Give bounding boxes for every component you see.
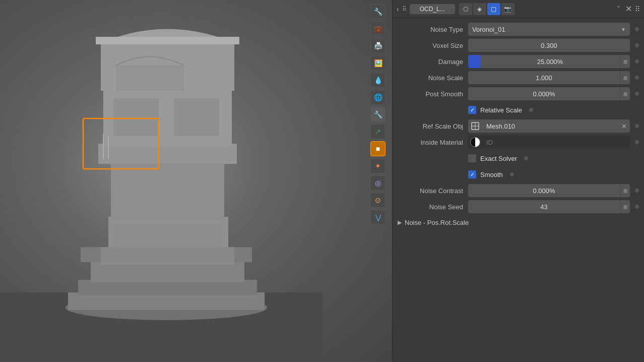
- post-smooth-resize-icon[interactable]: ⊞: [620, 87, 630, 100]
- svg-rect-13: [113, 98, 159, 136]
- svg-rect-9: [98, 144, 237, 164]
- post-smooth-input[interactable]: 0.000%: [468, 87, 620, 100]
- toolbar-tools[interactable]: 🔧: [370, 4, 385, 19]
- noise-contrast-input[interactable]: 0.000%: [468, 184, 620, 197]
- noise-scale-resize-icon[interactable]: ⊞: [620, 71, 630, 84]
- exact-solver-row: Exact Solver: [398, 151, 639, 165]
- noise-section-header[interactable]: ▶ Noise - Pos.Rot.Scale: [398, 216, 639, 228]
- header-chevron-icon[interactable]: ˅: [617, 5, 620, 13]
- voxel-size-control: 0.300: [468, 39, 639, 52]
- noise-type-dot[interactable]: [635, 27, 639, 31]
- noise-seed-resize-icon[interactable]: ⊞: [620, 200, 630, 213]
- svg-rect-3: [68, 292, 265, 310]
- ref-scale-row: Ref Scale Obj Mesh.010 ✕: [398, 119, 639, 133]
- svg-rect-8: [111, 161, 224, 219]
- smooth-checkbox[interactable]: ✓: [468, 170, 476, 178]
- noise-section-title: Noise - Pos.Rot.Scale: [405, 219, 469, 226]
- viewport: 🔧 💼 🖨️ 🖼️ 💧 🌐 🔧 ↗ ■ ✦ ◎ ⊙ ⋁: [0, 0, 392, 362]
- 3d-scene: [0, 0, 323, 362]
- smooth-label: Smooth: [480, 171, 503, 178]
- half-sphere-icon: [470, 137, 480, 147]
- noise-type-dropdown[interactable]: Voronoi_01 ▼: [468, 23, 630, 36]
- svg-rect-5: [91, 262, 244, 282]
- inside-material-row: Inside Material ID: [398, 135, 639, 149]
- header-camera-btn[interactable]: 📷: [501, 3, 514, 15]
- noise-type-label: Noise Type: [398, 26, 468, 33]
- ref-scale-group: Mesh.010 ✕: [468, 119, 630, 133]
- damage-dot[interactable]: [635, 59, 639, 64]
- viewport-3d[interactable]: [0, 0, 392, 362]
- noise-scale-label: Noise Scale: [398, 74, 468, 82]
- toolbar-orange-box[interactable]: ■: [370, 141, 385, 156]
- smooth-dot[interactable]: [510, 172, 514, 176]
- noise-contrast-label: Noise Contrast: [398, 187, 468, 195]
- toolbar-object[interactable]: 💼: [370, 21, 385, 36]
- noise-contrast-row: Noise Contrast 0.000% ⊞: [398, 184, 639, 198]
- exact-solver-checkbox[interactable]: [468, 154, 476, 162]
- header-back-arrow[interactable]: ‹: [397, 5, 399, 13]
- ref-scale-dot[interactable]: [635, 124, 639, 128]
- header-mesh-btn[interactable]: ⬡: [459, 3, 472, 15]
- noise-scale-dot[interactable]: [635, 76, 639, 80]
- post-smooth-control: 0.000% ⊞: [468, 87, 639, 100]
- toolbar-modifier[interactable]: 🖨️: [370, 38, 385, 53]
- tab-name-button[interactable]: OCD_L...: [410, 4, 455, 14]
- damage-resize-icon[interactable]: ⊞: [620, 55, 630, 68]
- post-smooth-group: 0.000% ⊞: [468, 87, 630, 100]
- relative-scale-dot[interactable]: [529, 108, 533, 112]
- panel-header: ‹ ⠿ OCD_L... ⬡ ◈ ▢ 📷 ˅ ✕ ⠿: [393, 0, 644, 18]
- header-display-btn[interactable]: ▢: [487, 3, 500, 15]
- toolbar-image[interactable]: 🖼️: [370, 55, 385, 71]
- noise-contrast-control: 0.000% ⊞: [468, 184, 639, 197]
- header-vertex-btn[interactable]: ◈: [473, 3, 486, 15]
- noise-seed-control: 43 ⊞: [468, 200, 639, 213]
- toolbar-circle[interactable]: ◎: [370, 175, 385, 191]
- noise-seed-input[interactable]: 43: [468, 200, 620, 213]
- toolbar-wrench[interactable]: 🔧: [370, 107, 385, 122]
- header-icon-group: ⬡ ◈ ▢ 📷: [459, 3, 514, 15]
- noise-seed-group: 43 ⊞: [468, 200, 630, 213]
- material-id-field[interactable]: ID: [482, 136, 630, 149]
- toolbar-scatter[interactable]: ✦: [370, 158, 385, 173]
- mesh-close-btn[interactable]: ✕: [618, 119, 630, 133]
- noise-seed-dot[interactable]: [635, 205, 639, 209]
- post-smooth-label: Post Smooth: [398, 90, 468, 98]
- svg-rect-15: [116, 66, 184, 91]
- voxel-size-dot[interactable]: [635, 43, 639, 47]
- noise-contrast-dot[interactable]: [635, 189, 639, 193]
- noise-type-value: Voronoi_01: [472, 26, 505, 33]
- mesh-icon-btn[interactable]: [468, 119, 482, 133]
- mesh-icon-svg: [471, 122, 480, 131]
- voxel-size-input[interactable]: 0.300: [468, 39, 630, 52]
- noise-seed-label: Noise Seed: [398, 203, 468, 211]
- inside-material-dot[interactable]: [635, 140, 639, 144]
- svg-rect-12: [96, 37, 239, 44]
- svg-rect-16: [113, 224, 222, 247]
- mesh-name-label[interactable]: Mesh.010: [482, 119, 618, 133]
- svg-rect-18: [81, 247, 252, 262]
- header-close-button[interactable]: ✕: [625, 4, 632, 14]
- toolbar-material[interactable]: 💧: [370, 73, 385, 88]
- relative-scale-row: ✓ Relative Scale: [398, 103, 639, 117]
- damage-value[interactable]: 25.000%: [480, 55, 620, 68]
- header-more-icon[interactable]: ⠿: [635, 5, 640, 13]
- ref-scale-label: Ref Scale Obj: [398, 123, 468, 130]
- toolbar-world[interactable]: 🌐: [370, 90, 385, 105]
- material-input-group: ID: [468, 136, 630, 149]
- toolbar-curve[interactable]: ↗: [370, 124, 385, 139]
- material-sphere-icon[interactable]: [468, 136, 482, 149]
- post-smooth-dot[interactable]: [635, 92, 639, 96]
- properties-panel: ‹ ⠿ OCD_L... ⬡ ◈ ▢ 📷 ˅ ✕ ⠿ Noise Type Vo…: [392, 0, 644, 362]
- toolbar-ring[interactable]: ⊙: [370, 193, 385, 208]
- damage-color-swatch[interactable]: [468, 55, 480, 68]
- relative-scale-checkbox[interactable]: ✓: [468, 106, 476, 114]
- exact-solver-dot[interactable]: [524, 156, 528, 160]
- noise-scale-group: 1.000 ⊞: [468, 71, 630, 84]
- noise-scale-control: 1.000 ⊞: [468, 71, 639, 84]
- noise-contrast-resize-icon[interactable]: ⊞: [620, 184, 630, 197]
- noise-type-control: Voronoi_01 ▼: [468, 23, 639, 36]
- noise-scale-input[interactable]: 1.000: [468, 71, 620, 84]
- toolbar-funnel[interactable]: ⋁: [370, 210, 385, 225]
- relative-scale-label: Relative Scale: [480, 106, 522, 114]
- inside-material-label: Inside Material: [398, 139, 468, 146]
